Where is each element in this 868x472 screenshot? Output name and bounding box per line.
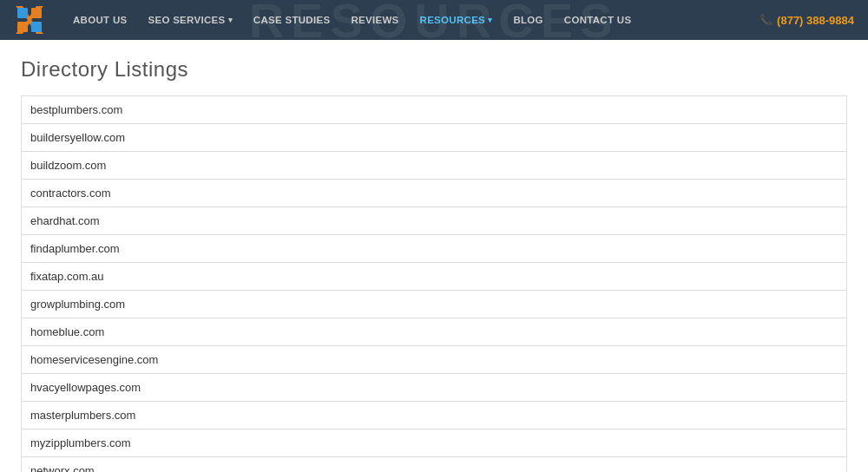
nav-item-seo[interactable]: SEO SERVICES ▾ xyxy=(137,0,242,40)
list-item[interactable]: contractors.com xyxy=(22,180,847,207)
nav-item-case[interactable]: CASE STUDIES xyxy=(243,0,341,40)
page-title: Directory Listings xyxy=(21,57,847,82)
list-item[interactable]: homeblue.com xyxy=(22,318,847,346)
list-item[interactable]: masterplumbers.com xyxy=(22,402,847,429)
directory-table: bestplumbers.combuildersyellow.combuildz… xyxy=(21,95,847,472)
seo-dropdown-icon: ▾ xyxy=(228,16,233,24)
svg-rect-3 xyxy=(17,8,28,18)
nav-links: ABOUT US SEO SERVICES ▾ CASE STUDIES REV… xyxy=(62,0,760,40)
svg-rect-4 xyxy=(31,8,42,18)
list-item[interactable]: fixatap.com.au xyxy=(22,263,847,291)
list-item[interactable]: findaplumber.com xyxy=(22,235,847,263)
svg-rect-6 xyxy=(31,22,42,32)
list-item[interactable]: growplumbing.com xyxy=(22,291,847,318)
list-item[interactable]: networx.com xyxy=(22,457,847,473)
resources-dropdown-icon: ▾ xyxy=(488,16,492,24)
list-item[interactable]: hvacyellowpages.com xyxy=(22,374,847,402)
nav-item-about[interactable]: ABOUT US xyxy=(62,0,137,40)
list-item[interactable]: buildzoom.com xyxy=(22,152,847,180)
list-item[interactable]: ehardhat.com xyxy=(22,207,847,235)
svg-rect-5 xyxy=(17,22,28,32)
list-item[interactable]: myzipplumbers.com xyxy=(22,429,847,457)
list-item[interactable]: bestplumbers.com xyxy=(22,96,847,124)
main-nav: Resources ABOUT US SEO SERVICES ▾ CASE S… xyxy=(0,0,868,40)
main-content: Directory Listings bestplumbers.combuild… xyxy=(0,40,868,472)
nav-item-blog[interactable]: BLOG xyxy=(503,0,553,40)
nav-item-resources[interactable]: RESOURCES ▾ xyxy=(410,0,503,40)
logo[interactable] xyxy=(14,4,45,36)
nav-item-reviews[interactable]: REVIEWS xyxy=(340,0,409,40)
phone-icon: 📞 xyxy=(760,14,773,26)
list-item[interactable]: homeservicesengine.com xyxy=(22,346,847,374)
phone-number[interactable]: 📞 (877) 388-9884 xyxy=(760,14,854,27)
list-item[interactable]: buildersyellow.com xyxy=(22,124,847,152)
nav-item-contact[interactable]: CONTACT US xyxy=(554,0,642,40)
